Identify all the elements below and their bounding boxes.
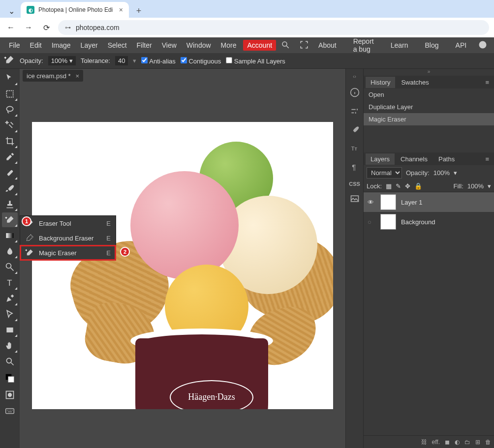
blend-mode-select[interactable]: Normal: [367, 167, 402, 179]
menu-file[interactable]: File: [4, 39, 25, 51]
history-item[interactable]: Magic Eraser: [364, 113, 494, 125]
brush-tool[interactable]: [2, 181, 18, 196]
reddit-icon[interactable]: [478, 40, 487, 51]
path-select-tool[interactable]: [2, 307, 18, 322]
flyout-background-eraser[interactable]: Background Eraser E: [20, 231, 116, 245]
paths-tab[interactable]: Paths: [433, 153, 460, 165]
blur-tool[interactable]: [2, 244, 18, 259]
link-about[interactable]: About: [313, 39, 341, 51]
menu-layer[interactable]: Layer: [76, 39, 103, 51]
panel-menu-icon[interactable]: ≡: [482, 79, 492, 86]
delete-icon[interactable]: 🗑: [485, 439, 491, 446]
browser-tab[interactable]: ◐ Photopea | Online Photo Edi ×: [21, 2, 129, 18]
link-learn[interactable]: Learn: [386, 39, 413, 51]
pen-tool[interactable]: [2, 291, 18, 306]
contiguous-checkbox[interactable]: Contiguous: [181, 57, 221, 65]
flyout-eraser[interactable]: Eraser Tool E: [20, 216, 116, 231]
mask-icon[interactable]: ◼: [445, 439, 450, 446]
wand-tool[interactable]: [2, 118, 18, 133]
eyedropper-tool[interactable]: [2, 149, 18, 164]
lasso-tool[interactable]: [2, 102, 18, 117]
heal-tool[interactable]: [2, 165, 18, 180]
menu-view[interactable]: View: [157, 39, 182, 51]
menu-filter[interactable]: Filter: [132, 39, 157, 51]
eraser-tool[interactable]: [2, 212, 18, 227]
visibility-icon[interactable]: 👁: [368, 199, 375, 206]
move-tool[interactable]: [2, 71, 18, 86]
swatches-tab[interactable]: Swatches: [396, 77, 433, 88]
folder-icon[interactable]: 🗀: [464, 439, 470, 446]
fx-icon[interactable]: eff.: [432, 439, 440, 446]
color-swatches[interactable]: [2, 370, 18, 387]
link-report[interactable]: Report a bug: [348, 35, 379, 55]
lock-pixels-icon[interactable]: ▦: [386, 182, 392, 190]
site-info-icon[interactable]: ⊶: [65, 24, 71, 31]
search-icon[interactable]: [276, 38, 295, 53]
quick-mask-tool[interactable]: [2, 388, 18, 402]
gradient-tool[interactable]: [2, 228, 18, 243]
zoom-tool[interactable]: [2, 354, 18, 369]
lock-brush-icon[interactable]: ✎: [396, 182, 401, 190]
adjustment-icon[interactable]: ◐: [455, 439, 460, 446]
new-layer-icon[interactable]: ⊞: [475, 439, 480, 446]
menu-image[interactable]: Image: [47, 39, 76, 51]
lock-move-icon[interactable]: ✥: [405, 182, 410, 190]
menu-edit[interactable]: Edit: [25, 39, 47, 51]
css-panel-icon[interactable]: CSS: [349, 181, 360, 187]
stamp-tool[interactable]: [2, 197, 18, 211]
sample-all-checkbox[interactable]: Sample All Layers: [226, 57, 285, 65]
history-item[interactable]: Duplicate Layer: [364, 101, 494, 113]
browser-chrome: ⌄ ◐ Photopea | Online Photo Edi × + ← → …: [0, 0, 494, 37]
tab-search-button[interactable]: ⌄: [4, 4, 19, 18]
doc-close-icon[interactable]: ×: [76, 72, 80, 80]
forward-button[interactable]: →: [23, 22, 34, 33]
layers-tab[interactable]: Layers: [366, 153, 395, 165]
character-panel-icon[interactable]: Tт: [350, 144, 360, 155]
fullscreen-icon[interactable]: [295, 38, 313, 53]
menu-more[interactable]: More: [216, 39, 242, 51]
visibility-icon[interactable]: ○: [368, 218, 375, 226]
doc-tab[interactable]: ice cream.psd * ×: [23, 70, 83, 82]
info-panel-icon[interactable]: [350, 88, 360, 99]
menu-account[interactable]: Account: [243, 40, 276, 51]
keyboard-icon[interactable]: [2, 403, 18, 418]
canvas[interactable]: Häagen·Dazs: [20, 83, 345, 448]
layer-item[interactable]: ○ Background: [364, 212, 494, 232]
history-tab[interactable]: History: [366, 77, 395, 88]
link-api[interactable]: API: [451, 39, 472, 51]
marquee-tool[interactable]: [2, 87, 18, 101]
link-layers-icon[interactable]: ⛓: [421, 439, 427, 446]
tab-close-icon[interactable]: ×: [119, 6, 123, 14]
flyout-magic-eraser[interactable]: Magic Eraser E: [20, 245, 116, 260]
panel-handle[interactable]: ‹›: [346, 74, 363, 81]
lock-all-icon[interactable]: 🔒: [414, 182, 422, 190]
text-tool[interactable]: T: [2, 275, 18, 290]
crop-tool[interactable]: [2, 134, 18, 149]
panel-menu-icon[interactable]: ≡: [482, 155, 492, 163]
opacity-value[interactable]: 100% ▾: [48, 56, 76, 65]
reload-button[interactable]: ⟳: [40, 22, 52, 33]
antialias-checkbox[interactable]: Anti-alias: [141, 57, 175, 65]
layer-item[interactable]: 👁 Layer 1: [364, 192, 494, 212]
channels-tab[interactable]: Channels: [396, 153, 432, 165]
menu-window[interactable]: Window: [182, 39, 216, 51]
image-panel-icon[interactable]: [350, 194, 360, 206]
tolerance-value[interactable]: 40: [115, 56, 128, 65]
layer-opacity-value[interactable]: 100%: [433, 169, 450, 177]
toolbox: T: [0, 69, 20, 448]
history-item[interactable]: Open: [364, 89, 494, 101]
panel-handle[interactable]: »: [364, 69, 494, 76]
brush-panel-icon[interactable]: [350, 125, 360, 137]
back-button[interactable]: ←: [5, 22, 17, 33]
menu-select[interactable]: Select: [103, 39, 132, 51]
hand-tool[interactable]: [2, 338, 18, 353]
paragraph-panel-icon[interactable]: ¶: [350, 162, 360, 174]
adjust-panel-icon[interactable]: [350, 106, 360, 118]
svg-point-0: [282, 42, 287, 46]
shape-tool[interactable]: [2, 323, 18, 337]
dodge-tool[interactable]: [2, 260, 18, 274]
link-blog[interactable]: Blog: [420, 39, 444, 51]
new-tab-button[interactable]: +: [132, 4, 146, 18]
fill-value[interactable]: 100%: [467, 182, 484, 190]
url-field[interactable]: ⊶ photopea.com: [58, 20, 489, 35]
